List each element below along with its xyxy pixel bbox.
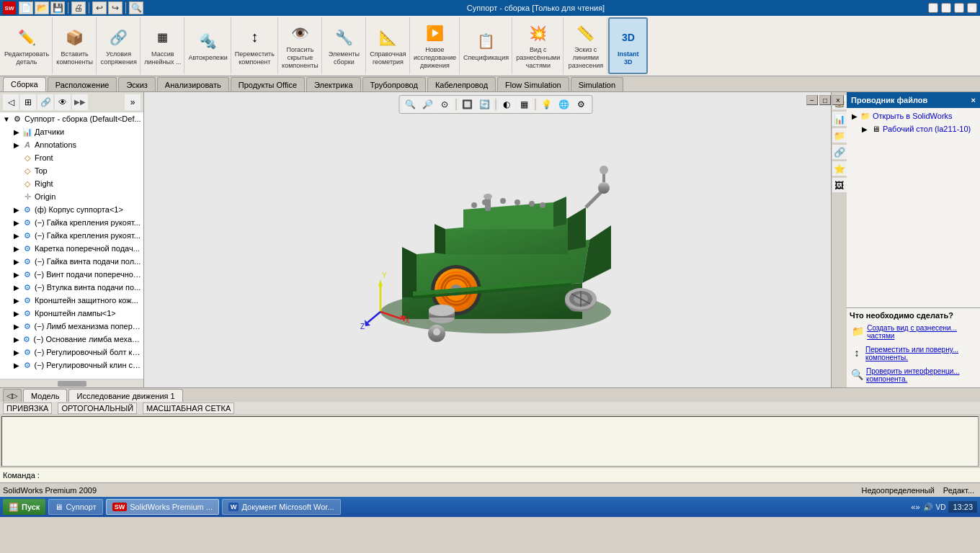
tree-item-annotations[interactable]: ▶ A Annotations <box>0 138 143 151</box>
scene-btn[interactable]: 🌐 <box>556 97 571 112</box>
tree-item-karetka[interactable]: ▶ ⚙ Каретка поперечной подач... <box>0 242 143 255</box>
ribbon-instant3d[interactable]: 3D Instant 3D <box>608 17 648 74</box>
fp-expand-sw[interactable]: ▶ <box>850 112 860 120</box>
tree-item-kronsh2[interactable]: ▶ ⚙ Кронштейн лампы<1> <box>0 307 143 320</box>
fp-close-icon[interactable]: × <box>971 96 976 104</box>
zoom-all-btn[interactable]: ⊙ <box>437 97 453 112</box>
maximize-btn[interactable]: □ <box>954 3 964 13</box>
ribbon-reference[interactable]: 📐 Справочная геометрия <box>367 17 410 74</box>
ribbon-sketch-lines[interactable]: 📏 Эскиз с линиями разнесения <box>564 17 607 74</box>
tree-item-right[interactable]: ◇ Right <box>0 177 143 190</box>
tree-item-vint[interactable]: ▶ ⚙ (−) Винт подачи поперечной... <box>0 268 143 281</box>
klin-expand-icon[interactable]: ▶ <box>12 360 22 370</box>
display-style-btn[interactable]: ▦ <box>516 97 532 112</box>
tray-arrows[interactable]: «» <box>911 503 919 511</box>
fp-expand-desktop[interactable]: ▶ <box>860 125 870 133</box>
vint-expand-icon[interactable]: ▶ <box>12 269 22 279</box>
tree-item-limb[interactable]: ▶ ⚙ (−) Лимб механизма попере... <box>0 320 143 333</box>
btab-motion[interactable]: Исследование движения 1 <box>68 389 182 402</box>
snap-item[interactable]: ПРИВЯЗКА <box>3 403 52 414</box>
tree-item-origin[interactable]: ✛ Origin <box>0 190 143 203</box>
save-btn[interactable]: 💾 <box>50 1 65 14</box>
limb-expand-icon[interactable]: ▶ <box>12 321 22 331</box>
print-btn[interactable]: 🖨 <box>71 1 86 14</box>
btab-model[interactable]: Модель <box>23 389 67 402</box>
viewport[interactable]: 🔍 🔎 ⊙ 🔲 🔄 ◐ ▦ 💡 🌐 ⚙ − □ × <box>144 92 847 387</box>
tree-scroll-bar[interactable] <box>0 379 143 387</box>
btab-left-arrows[interactable]: ◁▷ <box>3 389 22 402</box>
help-btn[interactable]: ? <box>928 3 938 13</box>
ortho-item[interactable]: ОРТОГОНАЛЬНЫЙ <box>58 403 137 414</box>
root-expand-icon[interactable]: ▼ <box>1 114 12 124</box>
open-btn[interactable]: 📂 <box>35 1 49 14</box>
tab-electric[interactable]: Электрика <box>306 77 361 91</box>
lt-btn4[interactable]: 👁 <box>55 94 71 110</box>
redo-btn[interactable]: ↪ <box>108 1 122 14</box>
ribbon-move-component[interactable]: ↕️ Переместить компонент <box>232 17 278 74</box>
task-item-solidworks[interactable]: SW SolidWorks Premium ... <box>106 499 219 515</box>
tray-vol-icon[interactable]: 🔊 <box>923 503 933 512</box>
tree-root[interactable]: ▼ ⚙ Суппорт - сборка (Default<Def... <box>0 112 143 125</box>
tab-analyze[interactable]: Анализировать <box>157 77 229 91</box>
tree-item-gayka2[interactable]: ▶ ⚙ (−) Гайка крепления рукоят... <box>0 229 143 242</box>
kronsh2-expand-icon[interactable]: ▶ <box>12 308 22 318</box>
tray-display-icon[interactable]: VD <box>936 503 946 511</box>
tree-item-front[interactable]: ◇ Front <box>0 151 143 164</box>
task-item-support[interactable]: 🖥 Суппорт <box>48 499 102 515</box>
tree-item-klin[interactable]: ▶ ⚙ (−) Регулировочный клин са... <box>0 359 143 372</box>
ribbon-insert-components[interactable]: 📦 Вставить компоненты <box>53 17 97 74</box>
tab-pipe[interactable]: Трубопровод <box>362 77 426 91</box>
ribbon-conditions[interactable]: 🔗 Условия сопряжения <box>97 17 141 74</box>
vtulka-expand-icon[interactable]: ▶ <box>12 282 22 292</box>
tab-office[interactable]: Продукты Office <box>231 77 305 91</box>
tree-item-gayka1[interactable]: ▶ ⚙ (−) Гайка крепления рукоят... <box>0 216 143 229</box>
annotations-expand-icon[interactable]: ▶ <box>12 140 22 150</box>
ribbon-mass-linear[interactable]: ▦ Массив линейных ... <box>141 17 184 74</box>
view-settings-btn[interactable]: ⚙ <box>573 97 589 112</box>
vp-maximize-btn[interactable]: □ <box>819 95 831 105</box>
close-btn[interactable]: × <box>967 3 977 13</box>
lt-expand[interactable]: » <box>125 94 141 110</box>
start-button[interactable]: 🪟 Пуск <box>3 499 45 515</box>
tab-simulation[interactable]: Simulation <box>571 77 623 91</box>
gayka2-expand-icon[interactable]: ▶ <box>12 230 22 240</box>
tree-item-bolt[interactable]: ▶ ⚙ (−) Регулировочный болт кл... <box>0 346 143 359</box>
zoom-out-btn[interactable]: 🔎 <box>419 97 435 112</box>
lt-btn5[interactable]: ▶▶ <box>72 94 88 110</box>
section-view-btn[interactable]: ◐ <box>499 97 514 112</box>
tree-item-sensors[interactable]: ▶ 📊 Датчики <box>0 125 143 138</box>
fp-action2[interactable]: ↕️ Переместить или поверну... компоненты… <box>850 344 977 363</box>
zoom-in-btn[interactable]: 🔍 <box>402 97 418 112</box>
3d-model-view[interactable]: Y X Z <box>144 92 847 387</box>
new-btn[interactable]: 📄 <box>19 1 33 14</box>
sensors-expand-icon[interactable]: ▶ <box>12 127 22 137</box>
tab-assembly[interactable]: Сборка <box>3 77 46 91</box>
ribbon-assembly[interactable]: 🔧 Элементы сборки <box>323 17 366 74</box>
tree-item-kronsh1[interactable]: ▶ ⚙ Кронштейн защитного кож... <box>0 294 143 307</box>
rotate-view-btn[interactable]: 🔄 <box>476 97 492 112</box>
ribbon-new-research[interactable]: ▶️ Новое исследование движения <box>411 17 460 74</box>
fp-action1[interactable]: 📁 Создать вид с разнесени... частями <box>850 323 977 341</box>
ribbon-spec[interactable]: 📋 Спецификация <box>460 17 512 74</box>
gayka3-expand-icon[interactable]: ▶ <box>12 256 22 266</box>
grid-item[interactable]: МАСШТАБНАЯ СЕТКА <box>143 403 234 414</box>
vpr-image-btn[interactable]: 🖼 <box>832 178 847 192</box>
tree-item-osnov[interactable]: ▶ ⚙ (−) Основание лимба механи... <box>0 333 143 346</box>
vpr-chart-btn[interactable]: 📊 <box>832 112 847 126</box>
vp-close-btn[interactable]: × <box>832 95 844 105</box>
kronsh1-expand-icon[interactable]: ▶ <box>12 295 22 305</box>
view-orientation-btn[interactable]: 🔲 <box>459 97 475 112</box>
undo-btn[interactable]: ↩ <box>92 1 107 14</box>
lt-btn3[interactable]: 🔗 <box>37 94 53 110</box>
vp-minimize-btn[interactable]: − <box>806 95 818 105</box>
fp-tree-solidworks[interactable]: ▶ 📁 Открыть в SolidWorks <box>848 109 979 122</box>
command-input[interactable] <box>43 471 977 480</box>
ribbon-hide[interactable]: 👁️ Погасить скрытые компоненты <box>279 17 322 74</box>
fp-tree-desktop[interactable]: ▶ 🖥 Рабочий стол (la211-10) <box>848 122 979 135</box>
tab-sketch[interactable]: Эскиз <box>118 77 155 91</box>
tab-cable[interactable]: Кабелепровод <box>427 77 496 91</box>
lt-btn1[interactable]: ◁ <box>3 94 19 110</box>
vpr-link-btn[interactable]: 🔗 <box>832 145 847 159</box>
ribbon-exploded[interactable]: 💥 Вид с разнесёнными частями <box>513 17 564 74</box>
osnov-expand-icon[interactable]: ▶ <box>12 334 21 344</box>
